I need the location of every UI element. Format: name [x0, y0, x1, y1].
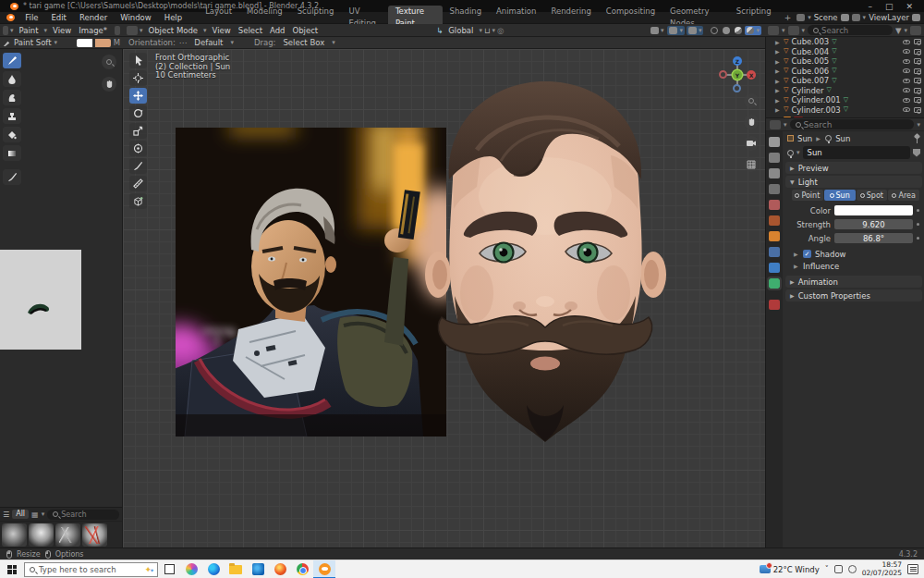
- brush-thumb-4[interactable]: [82, 523, 107, 547]
- new-scene-icon[interactable]: [841, 14, 849, 21]
- disable-render-icon[interactable]: [914, 107, 921, 113]
- breadcrumb-data[interactable]: Sun: [835, 134, 850, 143]
- shading-material-preview[interactable]: [733, 26, 744, 35]
- start-button[interactable]: [0, 560, 24, 578]
- breadcrumb-object[interactable]: Sun: [797, 134, 812, 143]
- tool-gradient[interactable]: [3, 145, 21, 161]
- object-name[interactable]: Cylinder: [791, 86, 823, 95]
- viewlayer-selector[interactable]: ViewLayer: [869, 13, 909, 22]
- object-name[interactable]: Cube.005: [791, 56, 829, 66]
- secondary-color-swatch[interactable]: [95, 39, 111, 47]
- outliner-row[interactable]: ▶ ▽ Cube.003 ▽: [766, 37, 924, 47]
- viewport-3d[interactable]: Front Orthographic (2) Collection | Sun …: [123, 49, 765, 547]
- texture-image-preview[interactable]: [0, 250, 81, 350]
- menu-item[interactable]: Window: [114, 12, 158, 24]
- light-type-button[interactable]: Spot: [857, 190, 888, 201]
- image-icon[interactable]: [115, 26, 120, 35]
- hide-eye-icon[interactable]: [903, 59, 910, 64]
- hide-eye-icon[interactable]: [903, 79, 910, 83]
- network-icon[interactable]: [848, 565, 857, 573]
- hide-eye-icon[interactable]: [903, 107, 910, 112]
- axis-x-negative[interactable]: [719, 70, 727, 79]
- panel-preview[interactable]: ▶Preview: [785, 162, 922, 174]
- disable-render-icon[interactable]: [914, 78, 921, 83]
- filter-funnel-icon[interactable]: ▼: [895, 26, 902, 35]
- shadow-subpanel[interactable]: ▶ ✓ Shadow: [783, 248, 924, 260]
- light-name-field[interactable]: Sun: [803, 146, 910, 159]
- shading-rendered[interactable]: ▾: [745, 26, 761, 35]
- tab-tool[interactable]: [769, 137, 780, 147]
- brush-thumb-1[interactable]: [2, 523, 27, 547]
- panel-light[interactable]: ▼Light: [785, 176, 922, 188]
- tool-soften[interactable]: [3, 71, 21, 87]
- pin-icon[interactable]: [914, 134, 920, 143]
- image-editor-menu[interactable]: Image*: [75, 25, 111, 36]
- outliner-row[interactable]: ▶ ▽ Cube.007 ▽: [766, 76, 924, 86]
- tab-view-layer[interactable]: [769, 184, 780, 194]
- object-name[interactable]: Cylinder.003: [791, 105, 840, 115]
- shading-wireframe[interactable]: [709, 26, 720, 35]
- disable-render-icon[interactable]: [914, 88, 921, 93]
- clock-widget[interactable]: 18:57 02/07/2025: [862, 561, 902, 577]
- expand-icon[interactable]: ▶: [775, 78, 781, 84]
- tab-physics[interactable]: [769, 263, 780, 273]
- tool-smear[interactable]: [3, 90, 21, 105]
- shelf-search[interactable]: Search: [47, 510, 119, 520]
- disable-render-icon[interactable]: [914, 58, 921, 64]
- tab-world[interactable]: [769, 215, 780, 226]
- taskbar-app-brave[interactable]: [269, 560, 291, 578]
- tool-fill[interactable]: [3, 127, 21, 142]
- shelf-filter-all[interactable]: All: [12, 510, 29, 519]
- new-viewlayer-icon[interactable]: [912, 14, 920, 21]
- outliner-search[interactable]: Search: [808, 25, 893, 35]
- axis-x-positive[interactable]: X: [747, 70, 756, 80]
- tool-draw-brush[interactable]: [3, 53, 21, 68]
- light-color-swatch[interactable]: [834, 205, 913, 215]
- tool-clone[interactable]: [3, 108, 21, 124]
- defender-icon[interactable]: [834, 565, 843, 573]
- blender-menu-icon[interactable]: [5, 13, 16, 22]
- pan-hand-icon[interactable]: [744, 115, 759, 129]
- angle-field[interactable]: 86.8°: [834, 233, 913, 243]
- outliner-row[interactable]: ▶ ▽ Cube.006 ▽: [766, 67, 924, 77]
- orbit-gizmo[interactable]: Z X Y: [719, 56, 756, 93]
- character-head-model[interactable]: [423, 76, 668, 446]
- tool-annotate[interactable]: [3, 169, 21, 185]
- animate-dot[interactable]: [917, 237, 919, 240]
- light-type-button[interactable]: Sun: [824, 190, 856, 201]
- tray-chevron-icon[interactable]: ˅: [825, 565, 829, 573]
- viewport-menu[interactable]: Add: [266, 25, 288, 36]
- orientation-dropdown[interactable]: Global: [444, 25, 477, 36]
- pan-hand-icon[interactable]: [102, 77, 116, 92]
- strength-field[interactable]: 9.620: [834, 219, 913, 229]
- object-name[interactable]: Cube.003: [791, 37, 829, 46]
- expand-icon[interactable]: ▶: [775, 106, 781, 113]
- orientation-value-dropdown[interactable]: Default: [190, 37, 226, 48]
- taskbar-app-copilot[interactable]: [180, 560, 202, 578]
- object-name[interactable]: Cube.006: [791, 67, 829, 76]
- axis-z-negative[interactable]: [733, 84, 741, 92]
- outliner-filter-obj-icon[interactable]: [788, 26, 799, 35]
- expand-icon[interactable]: ▶: [775, 87, 781, 93]
- display-mode-icon[interactable]: ▦: [31, 510, 39, 519]
- outliner-display-icon[interactable]: [768, 26, 779, 35]
- expand-icon[interactable]: ▶: [775, 48, 781, 55]
- proportional-edit-icon[interactable]: ◎: [497, 26, 504, 35]
- properties-editor-icon[interactable]: [770, 120, 781, 129]
- shadow-checkbox[interactable]: ✓: [803, 250, 811, 258]
- object-name[interactable]: Cube.007: [791, 76, 829, 85]
- viewport-menu[interactable]: Select: [235, 25, 266, 36]
- tab-texture[interactable]: [769, 300, 780, 310]
- expand-icon[interactable]: ▶: [775, 97, 781, 104]
- show-gizmo-toggle[interactable]: ▾: [649, 26, 666, 35]
- hide-eye-icon[interactable]: [903, 88, 910, 92]
- animate-dot[interactable]: [917, 209, 919, 212]
- outliner-row[interactable]: ▶ ▽ Cylinder.001 ▽: [766, 95, 924, 105]
- menu-item[interactable]: Edit: [44, 12, 72, 24]
- tab-output[interactable]: [769, 168, 780, 178]
- brush-thumb-3[interactable]: [55, 523, 80, 547]
- hide-eye-icon[interactable]: [903, 68, 910, 73]
- tool-transform[interactable]: [129, 141, 147, 156]
- tab-object-data[interactable]: [769, 278, 780, 289]
- properties-search[interactable]: Search: [790, 119, 915, 129]
